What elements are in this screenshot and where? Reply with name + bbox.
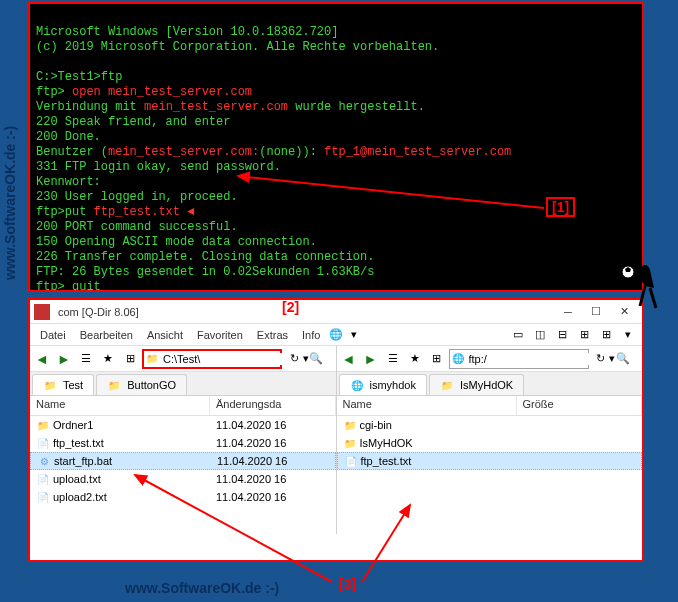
menu-extras[interactable]: Extras bbox=[251, 327, 294, 343]
right-toolbar: ◄ ► ☰ ★ ⊞ 🌐 ▾ ↻ 🔍 bbox=[337, 346, 643, 372]
layout-2h-icon[interactable]: ⊟ bbox=[552, 325, 572, 345]
svg-line-5 bbox=[650, 288, 656, 308]
back-button[interactable]: ◄ bbox=[32, 349, 52, 369]
right-pane: ◄ ► ☰ ★ ⊞ 🌐 ▾ ↻ 🔍 🌐ismyhdok 📁IsMyHdOK Na… bbox=[337, 346, 643, 534]
col-size[interactable]: Größe bbox=[517, 396, 643, 415]
tab-ismyhdok2[interactable]: 📁IsMyHdOK bbox=[429, 374, 524, 395]
layout-2v-icon[interactable]: ◫ bbox=[530, 325, 550, 345]
term-line: Kennwort: bbox=[36, 175, 101, 189]
tab-buttongo[interactable]: 📁ButtonGO bbox=[96, 374, 187, 395]
menu-favorites[interactable]: Favoriten bbox=[191, 327, 249, 343]
watermark-side: www.SoftwareOK.de :-) bbox=[2, 126, 18, 280]
app-icon bbox=[34, 304, 50, 320]
forward-button[interactable]: ► bbox=[361, 349, 381, 369]
term-line: Microsoft Windows [Version 10.0.18362.72… bbox=[36, 25, 338, 39]
menu-view[interactable]: Ansicht bbox=[141, 327, 189, 343]
back-button[interactable]: ◄ bbox=[339, 349, 359, 369]
list-item-selected[interactable]: ⚙start_ftp.bat 11.04.2020 16 bbox=[30, 452, 336, 470]
window-title: com [Q-Dir 8.06] bbox=[58, 306, 554, 318]
term-line: C:>Test1>ftp bbox=[36, 70, 122, 84]
term-line: (c) 2019 Microsoft Corporation. Alle Rec… bbox=[36, 40, 439, 54]
ftp-icon: 🌐 bbox=[452, 352, 464, 366]
command-prompt-window[interactable]: Microsoft Windows [Version 10.0.18362.72… bbox=[28, 2, 644, 292]
right-file-list[interactable]: 📁cgi-bin 📁IsMyHdOK 📄ftp_test.txt bbox=[337, 416, 643, 534]
tab-test[interactable]: 📁Test bbox=[32, 374, 94, 395]
watermark-footer: www.SoftwareOK.de :-) bbox=[125, 580, 279, 596]
list-item[interactable]: 📁cgi-bin bbox=[337, 416, 643, 434]
menu-bar: Datei Bearbeiten Ansicht Favoriten Extra… bbox=[30, 324, 642, 346]
term-line: 226 Transfer complete. Closing data conn… bbox=[36, 250, 374, 264]
left-address-bar[interactable]: 📁 ▾ bbox=[142, 349, 282, 369]
term-line: ftp> quit bbox=[36, 280, 101, 292]
qdir-window: com [Q-Dir 8.06] ─ ☐ ✕ Datei Bearbeiten … bbox=[28, 298, 644, 562]
left-tabs: 📁Test 📁ButtonGO bbox=[30, 372, 336, 396]
right-address-bar[interactable]: 🌐 ▾ bbox=[449, 349, 589, 369]
minimize-button[interactable]: ─ bbox=[554, 303, 582, 321]
tab-ismyhdok[interactable]: 🌐ismyhdok bbox=[339, 374, 427, 395]
layout-1-icon[interactable]: ▭ bbox=[508, 325, 528, 345]
panes-container: ◄ ► ☰ ★ ⊞ 📁 ▾ ↻ 🔍 📁Test 📁ButtonGO Name bbox=[30, 346, 642, 534]
col-date[interactable]: Änderungsda bbox=[210, 396, 336, 415]
term-filename: ftp_test.txt bbox=[94, 205, 180, 219]
maximize-button[interactable]: ☐ bbox=[582, 303, 610, 321]
tree-icon[interactable]: ⊞ bbox=[427, 349, 447, 369]
folder-icon: 📁 bbox=[343, 436, 357, 450]
menu-file[interactable]: Datei bbox=[34, 327, 72, 343]
left-file-list[interactable]: 📁Ordner1 11.04.2020 16 📄ftp_test.txt 11.… bbox=[30, 416, 336, 534]
layout-3-icon[interactable]: ⊞ bbox=[574, 325, 594, 345]
file-icon: 📄 bbox=[36, 436, 50, 450]
list-item[interactable]: 📁Ordner1 11.04.2020 16 bbox=[30, 416, 336, 434]
layout-dd-icon[interactable]: ▾ bbox=[618, 325, 638, 345]
right-list-header[interactable]: Name Größe bbox=[337, 396, 643, 416]
col-name[interactable]: Name bbox=[30, 396, 210, 415]
term-line: 331 FTP login okay, send password. bbox=[36, 160, 281, 174]
folder-icon: 📁 bbox=[440, 378, 454, 392]
list-item[interactable]: 📄ftp_test.txt 11.04.2020 16 bbox=[30, 434, 336, 452]
term-user: ftp_1@mein_test_server.com bbox=[324, 145, 511, 159]
menu-edit[interactable]: Bearbeiten bbox=[74, 327, 139, 343]
search-icon[interactable]: 🔍 bbox=[613, 349, 633, 369]
list-item-selected[interactable]: 📄ftp_test.txt bbox=[337, 452, 643, 470]
menu-info[interactable]: Info bbox=[296, 327, 326, 343]
left-toolbar: ◄ ► ☰ ★ ⊞ 📁 ▾ ↻ 🔍 bbox=[30, 346, 336, 372]
col-name[interactable]: Name bbox=[337, 396, 517, 415]
list-item[interactable]: 📄upload2.txt 11.04.2020 16 bbox=[30, 488, 336, 506]
dropdown-icon[interactable]: ▾ bbox=[346, 327, 362, 343]
list-item[interactable]: 📄upload.txt 11.04.2020 16 bbox=[30, 470, 336, 488]
search-icon[interactable]: 🔍 bbox=[306, 349, 326, 369]
annotation-label-2: [2] bbox=[278, 299, 303, 315]
list-item[interactable]: 📁IsMyHdOK bbox=[337, 434, 643, 452]
folder-icon: 📁 bbox=[36, 418, 50, 432]
star-icon[interactable]: ★ bbox=[405, 349, 425, 369]
left-list-header[interactable]: Name Änderungsda bbox=[30, 396, 336, 416]
file-icon: 📄 bbox=[36, 490, 50, 504]
refresh-icon[interactable]: ↻ bbox=[284, 349, 304, 369]
titlebar[interactable]: com [Q-Dir 8.06] ─ ☐ ✕ bbox=[30, 300, 642, 324]
file-icon: 📄 bbox=[344, 454, 358, 468]
folder-icon: 📁 bbox=[343, 418, 357, 432]
term-line: 150 Opening ASCII mode data connection. bbox=[36, 235, 317, 249]
star-icon[interactable]: ★ bbox=[98, 349, 118, 369]
term-line: Benutzer ( bbox=[36, 145, 108, 159]
left-path-input[interactable] bbox=[163, 353, 301, 365]
right-path-input[interactable] bbox=[469, 353, 607, 365]
term-line: Verbindung mit bbox=[36, 100, 144, 114]
view-icon[interactable]: ☰ bbox=[383, 349, 403, 369]
forward-button[interactable]: ► bbox=[54, 349, 74, 369]
folder-icon: 📁 bbox=[43, 378, 57, 392]
layout-4-icon[interactable]: ⊞ bbox=[596, 325, 616, 345]
term-host: mein_test_server.com bbox=[144, 100, 288, 114]
right-tabs: 🌐ismyhdok 📁IsMyHdOK bbox=[337, 372, 643, 396]
term-line: 200 PORT command successful. bbox=[36, 220, 238, 234]
svg-line-4 bbox=[640, 286, 645, 306]
term-cmd: open mein_test_server.com bbox=[72, 85, 252, 99]
view-icon[interactable]: ☰ bbox=[76, 349, 96, 369]
left-pane: ◄ ► ☰ ★ ⊞ 📁 ▾ ↻ 🔍 📁Test 📁ButtonGO Name bbox=[30, 346, 337, 534]
soccer-graphic bbox=[620, 258, 660, 318]
tree-icon[interactable]: ⊞ bbox=[120, 349, 140, 369]
globe-icon[interactable]: 🌐 bbox=[328, 327, 344, 343]
bat-file-icon: ⚙ bbox=[37, 454, 51, 468]
file-icon: 📄 bbox=[36, 472, 50, 486]
refresh-icon[interactable]: ↻ bbox=[591, 349, 611, 369]
ftp-icon: 🌐 bbox=[350, 378, 364, 392]
